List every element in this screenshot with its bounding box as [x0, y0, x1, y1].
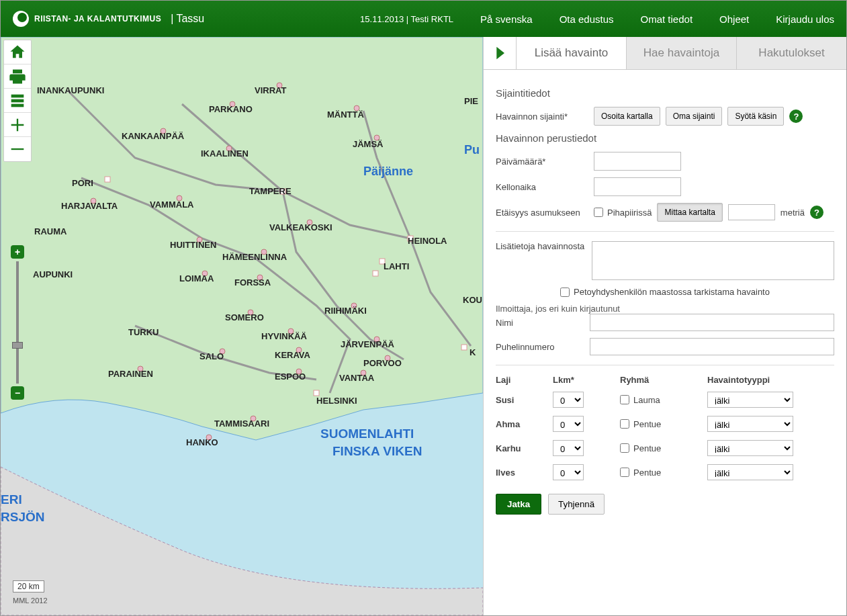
city-label: PIE	[464, 96, 478, 106]
city-label: FORSSA	[234, 277, 271, 288]
svg-rect-3	[314, 390, 319, 396]
tab-results[interactable]: Hakutulokset	[736, 37, 846, 69]
city-label: TURKU	[128, 327, 159, 337]
own-location-button[interactable]: Oma sijainti	[666, 107, 723, 126]
observation-type-select[interactable]: jälki	[707, 392, 793, 408]
city-label: AUPUNKI	[33, 269, 73, 279]
water-label: Pu	[464, 143, 480, 157]
city-label: HELSINKI	[316, 396, 357, 406]
species-group-checkbox[interactable]	[620, 443, 629, 453]
meters-label: metriä	[781, 208, 805, 218]
city-label: KOU	[463, 295, 482, 305]
svg-rect-1	[105, 177, 110, 182]
city-label: RAUMA	[34, 226, 66, 236]
observation-type-select[interactable]: jälki	[707, 416, 793, 432]
date-input[interactable]	[594, 152, 681, 171]
yard-checkbox[interactable]	[594, 208, 603, 217]
water-label: Päijänne	[363, 165, 413, 179]
extra-info-textarea[interactable]	[592, 241, 834, 280]
species-count-select[interactable]: 0	[553, 416, 584, 432]
continue-button[interactable]: Jatka	[496, 494, 541, 515]
city-label: LOIMAA	[179, 273, 214, 283]
zoom-out-button[interactable]	[4, 137, 31, 161]
zoom-slider[interactable]: + −	[10, 245, 25, 400]
reporter-name-label: Nimi	[496, 318, 584, 328]
svg-rect-35	[11, 103, 24, 107]
nav-own-info[interactable]: Omat tiedot	[641, 13, 693, 25]
city-label: PORVOO	[363, 358, 402, 368]
point-on-map-button[interactable]: Osoita kartalla	[594, 107, 660, 126]
observation-type-select[interactable]: jälki	[707, 440, 793, 456]
yard-checkbox-wrap[interactable]: Pihapiirissä	[594, 208, 652, 218]
species-count-select[interactable]: 0	[553, 440, 584, 456]
home-button[interactable]	[4, 40, 31, 64]
verified-checkbox[interactable]	[560, 288, 570, 297]
city-label: VAMMALA	[150, 200, 193, 210]
tab-add-observation[interactable]: Lisää havainto	[516, 37, 626, 69]
logo-icon	[13, 11, 29, 27]
zoom-slider-handle[interactable]	[12, 342, 23, 349]
collapse-panel-button[interactable]	[484, 37, 516, 69]
time-input[interactable]	[594, 177, 681, 196]
map-panel[interactable]: INANKAUPUNKIVIRRATPARKANOMÄNTTÄKANKAANPÄ…	[1, 37, 483, 615]
city-label: LAHTI	[384, 261, 409, 271]
extra-info-label: Lisätietoja havainnosta	[496, 241, 586, 251]
species-group-checkbox[interactable]	[620, 419, 629, 429]
species-count-select[interactable]: 0	[553, 464, 584, 480]
city-label: KANKAANPÄÄ	[122, 131, 184, 141]
city-label: HÄMEENLINNA	[222, 252, 287, 262]
print-button[interactable]	[4, 64, 31, 89]
species-table: Laji Lkm* Ryhmä Havaintotyyppi Susi0 Lau…	[496, 375, 834, 480]
city-label: K	[470, 347, 476, 357]
location-help-icon[interactable]: ?	[789, 109, 803, 123]
basic-section-title: Havainnon perustiedot	[496, 132, 834, 144]
nav-help[interactable]: Ohjeet	[719, 13, 749, 25]
species-group-checkbox[interactable]	[620, 468, 629, 477]
app-header: RIISTAN- JA KALANTUTKIMUS | Tassu 15.11.…	[1, 1, 846, 37]
map-attribution: MML 2012	[13, 597, 48, 605]
species-group-checkbox-wrap[interactable]: Pentue	[620, 468, 707, 478]
observation-type-select[interactable]: jälki	[707, 464, 793, 480]
time-label: Kellonaika	[496, 182, 588, 192]
map-canvas[interactable]	[1, 37, 483, 615]
species-group-checkbox[interactable]	[620, 395, 629, 404]
water-label: RSJÖN	[1, 510, 44, 525]
observation-form: Sijaintitiedot Havainnon sijainti* Osoit…	[484, 70, 846, 525]
species-name: Karhu	[496, 443, 553, 453]
org-name: RIISTAN- JA KALANTUTKIMUS	[34, 14, 161, 24]
species-group-checkbox-wrap[interactable]: Pentue	[620, 419, 707, 429]
svg-rect-36	[11, 148, 24, 150]
svg-rect-6	[461, 345, 467, 350]
reporter-phone-label: Puhelinnumero	[496, 342, 584, 352]
tab-search-observations[interactable]: Hae havaintoja	[626, 37, 736, 69]
reporter-name-input[interactable]	[590, 314, 834, 331]
zoom-slider-track[interactable]	[16, 261, 19, 384]
header-date-user: 15.11.2013 | Testi RKTL	[360, 14, 453, 24]
distance-input[interactable]	[728, 204, 775, 220]
species-group-label: Pentue	[633, 419, 661, 429]
city-label: VANTAA	[339, 373, 374, 383]
nav-language[interactable]: På svenska	[480, 13, 533, 25]
verified-checkbox-wrap[interactable]: Petoyhdyshenkilön maastossa tarkistama h…	[560, 287, 770, 297]
city-label: HANKO	[186, 437, 218, 447]
clear-button[interactable]: Tyhjennä	[548, 494, 605, 515]
yard-checkbox-label: Pihapiirissä	[607, 208, 652, 218]
species-count-select[interactable]: 0	[553, 392, 584, 408]
city-label: ESPOO	[275, 371, 306, 382]
nav-represent[interactable]: Ota edustus	[560, 13, 614, 25]
manual-input-button[interactable]: Syötä käsin	[727, 107, 784, 126]
species-group-checkbox-wrap[interactable]: Lauma	[620, 395, 707, 405]
distance-help-icon[interactable]: ?	[810, 206, 823, 219]
measure-on-map-button[interactable]: Mittaa kartalta	[657, 203, 722, 222]
city-label: PARAINEN	[108, 369, 153, 379]
zoom-slider-minus[interactable]: −	[11, 386, 24, 400]
layers-button[interactable]	[4, 89, 31, 113]
nav-logout[interactable]: Kirjaudu ulos	[776, 13, 834, 25]
main-area: INANKAUPUNKIVIRRATPARKANOMÄNTTÄKANKAANPÄ…	[1, 37, 846, 615]
zoom-in-button[interactable]	[4, 113, 31, 137]
reporter-phone-input[interactable]	[590, 338, 834, 355]
zoom-slider-plus[interactable]: +	[11, 245, 24, 259]
water-label: SUOMENLAHTI	[320, 427, 414, 441]
species-header-laji: Laji	[496, 375, 553, 385]
species-group-checkbox-wrap[interactable]: Pentue	[620, 443, 707, 453]
